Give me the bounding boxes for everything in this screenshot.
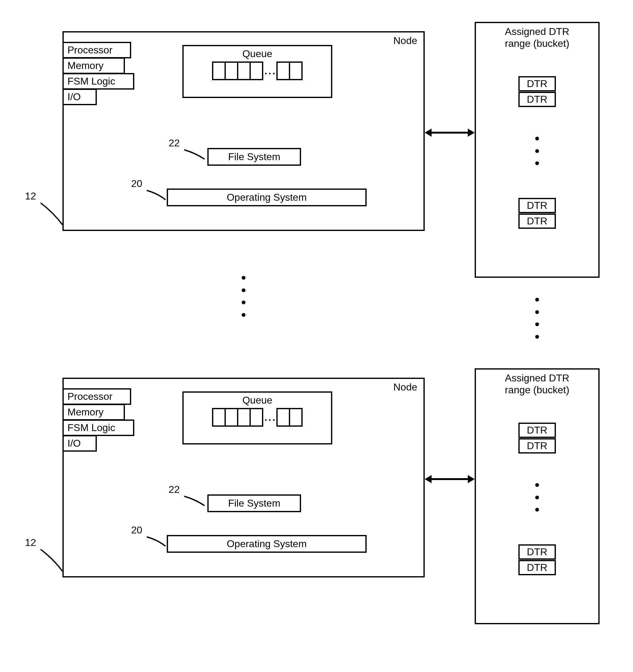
processor-label: Processor <box>67 391 112 402</box>
ellipsis: ... <box>263 412 278 423</box>
operating-system-label: Operating System <box>227 538 307 549</box>
dtr-label: DTR <box>527 562 547 573</box>
file-system-box: File System <box>207 148 301 166</box>
queue-slot <box>237 408 251 427</box>
dtr-label: DTR <box>527 78 547 89</box>
queue-slot <box>250 62 263 80</box>
memory-label: Memory <box>67 406 104 417</box>
operating-system-box: Operating System <box>167 189 367 206</box>
dtr-label: DTR <box>527 94 547 105</box>
diagram-canvas: Node Processor Memory FSM Logic I/O Queu… <box>13 13 620 659</box>
node-box-1: Node Processor Memory FSM Logic I/O Queu… <box>63 31 425 231</box>
queue-slot <box>250 408 263 427</box>
dtr-label: DTR <box>527 215 547 226</box>
queue-slot <box>289 408 303 427</box>
queue-slot <box>225 62 238 80</box>
queue-box: Queue ... <box>182 45 332 98</box>
dtr-label: DTR <box>527 200 547 211</box>
svg-marker-2 <box>468 128 475 137</box>
file-system-label: File System <box>228 151 280 162</box>
ref-label: 22 <box>169 484 180 495</box>
dtr-box: DTR <box>518 560 556 575</box>
ref-label: 22 <box>169 137 180 149</box>
bucket-box-1: Assigned DTR range (bucket) DTR DTR ••• … <box>475 22 600 278</box>
file-system-box: File System <box>207 495 301 512</box>
processor-box: Processor <box>63 388 131 405</box>
ellipsis: ... <box>263 65 278 77</box>
queue-slots: ... <box>184 62 331 80</box>
ref-label: 20 <box>131 524 142 536</box>
dtr-label: DTR <box>527 546 547 557</box>
memory-box: Memory <box>63 57 125 74</box>
fsm-logic-label: FSM Logic <box>67 75 115 87</box>
queue-box: Queue ... <box>182 391 332 445</box>
queue-slot <box>237 62 251 80</box>
dtr-box: DTR <box>518 423 556 438</box>
memory-box: Memory <box>63 404 125 421</box>
queue-slot <box>212 408 226 427</box>
dtr-box: DTR <box>518 214 556 229</box>
svg-marker-4 <box>425 475 431 483</box>
io-box: I/O <box>63 89 97 105</box>
node-box-2: Node Processor Memory FSM Logic I/O Queu… <box>63 378 425 577</box>
queue-slots: ... <box>184 408 331 427</box>
dtr-box: DTR <box>518 92 556 107</box>
queue-label: Queue <box>184 48 331 59</box>
node-title: Node <box>394 381 418 393</box>
processor-label: Processor <box>67 44 112 55</box>
dtr-label: DTR <box>527 425 547 436</box>
vdots-icon: •••• <box>237 271 250 321</box>
bucket-title: Assigned DTR range (bucket) <box>476 26 598 50</box>
processor-box: Processor <box>63 42 131 58</box>
vdots-icon: ••• <box>531 479 543 516</box>
bucket-title-line: range (bucket) <box>505 384 569 395</box>
operating-system-box: Operating System <box>167 535 367 553</box>
svg-marker-1 <box>425 128 431 137</box>
queue-slot <box>276 62 290 80</box>
fsm-logic-box: FSM Logic <box>63 73 134 90</box>
ref-label: 20 <box>131 178 142 189</box>
operating-system-label: Operating System <box>227 192 307 203</box>
dtr-label: DTR <box>527 440 547 451</box>
queue-slot <box>276 408 290 427</box>
bucket-title: Assigned DTR range (bucket) <box>476 372 598 396</box>
io-label: I/O <box>67 438 81 449</box>
dtr-box: DTR <box>518 198 556 213</box>
dtr-box: DTR <box>518 544 556 560</box>
queue-label: Queue <box>184 394 331 406</box>
ref-label: 12 <box>25 190 36 202</box>
double-arrow-icon <box>425 125 475 141</box>
bucket-box-2: Assigned DTR range (bucket) DTR DTR ••• … <box>475 368 600 624</box>
svg-marker-5 <box>468 475 475 483</box>
double-arrow-icon <box>425 471 475 487</box>
queue-slot <box>212 62 226 80</box>
vdots-icon: ••• <box>531 133 543 169</box>
file-system-label: File System <box>228 498 280 509</box>
fsm-logic-box: FSM Logic <box>63 419 134 436</box>
memory-label: Memory <box>67 60 104 71</box>
io-label: I/O <box>67 91 81 102</box>
dtr-box: DTR <box>518 76 556 92</box>
node-title: Node <box>394 35 418 47</box>
queue-slot <box>225 408 238 427</box>
bucket-title-line: Assigned DTR <box>505 26 569 37</box>
vdots-icon: •••• <box>531 293 543 343</box>
ref-label: 12 <box>25 537 36 548</box>
io-box: I/O <box>63 435 97 452</box>
fsm-logic-label: FSM Logic <box>67 422 115 433</box>
queue-slot <box>289 62 303 80</box>
bucket-title-line: range (bucket) <box>505 38 569 49</box>
dtr-box: DTR <box>518 438 556 454</box>
bucket-title-line: Assigned DTR <box>505 373 569 384</box>
